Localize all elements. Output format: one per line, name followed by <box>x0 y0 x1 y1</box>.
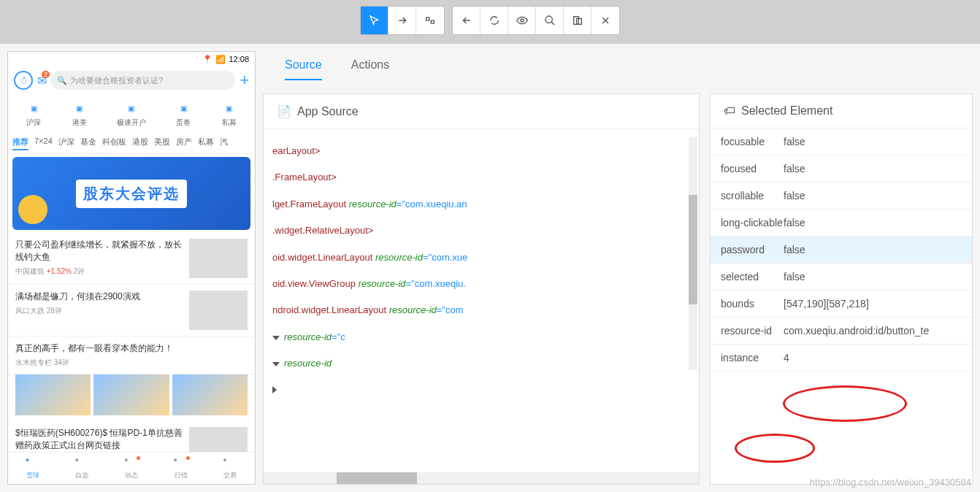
tree-line[interactable]: ndroid.widget.LinearLayout resource-id="… <box>272 297 690 323</box>
app-header: ☃ ✉2 🔍 为啥要做合格投资者认证? + <box>8 66 255 94</box>
doc-icon: 📄 <box>277 104 291 118</box>
scroll-thumb-h[interactable] <box>337 472 417 484</box>
phone-preview[interactable]: 📍 📶 12:08 ☃ ✉2 🔍 为啥要做合格投资者认证? + ▣沪深▣港美▣极… <box>7 51 256 485</box>
devices-button[interactable] <box>564 7 592 34</box>
category-tab[interactable]: 美股 <box>154 137 170 150</box>
feed-item[interactable]: 真正的高手，都有一眼看穿本质的能力！水木然专栏 34评 <box>8 337 255 374</box>
prop-key: long-clickable <box>721 217 784 228</box>
search-button[interactable] <box>536 7 564 34</box>
swipe-button[interactable] <box>388 7 416 34</box>
nav-item[interactable]: ▣港美 <box>72 100 88 128</box>
tree-line[interactable]: earLayout> <box>272 138 690 164</box>
wifi-icon: 📶 <box>215 55 226 64</box>
banner[interactable]: 股东大会评选 <box>12 157 250 230</box>
tab-source[interactable]: Source <box>285 58 322 80</box>
inspector-tabs: Source Actions <box>263 51 973 80</box>
prop-row[interactable]: focusedfalse <box>711 155 972 182</box>
tree-line[interactable] <box>272 377 690 404</box>
selected-element-title: 🏷 Selected Element <box>711 94 972 128</box>
category-tab[interactable]: 7×24 <box>34 137 53 150</box>
watermark: https://blog.csdn.net/weixin_39430584 <box>810 477 971 488</box>
prop-key: resource-id <box>721 325 784 337</box>
prop-val: false <box>784 271 962 282</box>
prop-key: selected <box>721 271 784 282</box>
category-tab[interactable]: 基金 <box>80 137 96 150</box>
nav-item[interactable]: ▣极速开户 <box>117 100 146 128</box>
prop-val: false <box>784 217 962 228</box>
bottom-nav-item[interactable]: ●行情 <box>174 456 188 480</box>
feed-thumb <box>189 291 248 330</box>
prop-key: focusable <box>721 136 784 147</box>
scrollbar-h[interactable] <box>264 472 699 484</box>
prop-val: [547,190][587,218] <box>784 298 962 310</box>
search-input[interactable]: 🔍 为啥要做合格投资者认证? <box>51 71 235 90</box>
back-button[interactable] <box>453 7 481 34</box>
add-button[interactable]: + <box>240 71 249 90</box>
prop-row[interactable]: scrollablefalse <box>711 182 972 210</box>
category-tab[interactable]: 推荐 <box>12 137 28 150</box>
category-tab[interactable]: 沪深 <box>58 137 74 150</box>
prop-row[interactable]: selectedfalse <box>711 264 972 291</box>
screenshot-button[interactable] <box>416 7 444 34</box>
mic-icon <box>18 195 47 224</box>
toolbar-group-a <box>360 6 445 35</box>
category-tab[interactable]: 私募 <box>198 137 214 150</box>
bottom-nav-item[interactable]: ●自选 <box>74 456 89 480</box>
messages-icon[interactable]: ✉2 <box>37 74 47 88</box>
tree-line[interactable]: lget.FrameLayout resource-id="com.xueqiu… <box>272 191 690 218</box>
feed-item[interactable]: 只要公司盈利继续增长，就紧握不放，放长线钓大鱼中国建筑 +1.52% 2评 <box>8 233 255 285</box>
location-icon: 📍 <box>202 55 213 64</box>
feed-item[interactable]: 满场都是镰刀，何须在2900演戏风口大跌 28评 <box>8 285 255 337</box>
category-tabs: 推荐7×24沪深基金科创板港股美股房产私募汽 <box>8 134 255 154</box>
nav-item[interactable]: ▣沪深 <box>26 100 42 128</box>
bottom-nav-item[interactable]: ●交易 <box>223 456 237 480</box>
inspect-button[interactable] <box>361 7 388 34</box>
prop-row[interactable]: resource-idcom.xueqiu.android:id/button_… <box>711 318 972 345</box>
selected-element-panel: 🏷 Selected Element focusablefalsefocused… <box>710 93 973 485</box>
tree-line[interactable]: .FrameLayout> <box>272 164 690 191</box>
nav-icon: ▣ <box>26 100 42 116</box>
status-time: 12:08 <box>229 55 249 64</box>
tree-line[interactable]: oid.widget.LinearLayout resource-id="com… <box>272 245 690 271</box>
category-tab[interactable]: 科创板 <box>102 137 126 150</box>
svg-point-3 <box>545 16 552 23</box>
prop-row[interactable]: long-clickablefalse <box>711 210 972 237</box>
nav-item[interactable]: ▣私募 <box>221 100 237 128</box>
scroll-thumb-v[interactable] <box>689 195 697 304</box>
source-tree[interactable]: earLayout>.FrameLayout>lget.FrameLayout … <box>264 129 699 472</box>
nav-item[interactable]: ▣蛋卷 <box>175 100 191 128</box>
tree-line[interactable]: .widget.RelativeLayout> <box>272 218 690 244</box>
prop-key: instance <box>721 352 784 364</box>
prop-row[interactable]: passwordfalse <box>711 237 972 264</box>
feed-list: 只要公司盈利继续增长，就紧握不放，放长线钓大鱼中国建筑 +1.52% 2评满场都… <box>8 233 255 473</box>
prop-row[interactable]: instance4 <box>711 345 972 372</box>
prop-val: false <box>784 190 962 201</box>
eye-button[interactable] <box>508 7 536 34</box>
toolbar-group-b <box>452 6 620 35</box>
prop-val: com.xueqiu.android:id/button_te <box>784 325 962 337</box>
bottom-nav-item[interactable]: ●雪球 <box>26 456 40 480</box>
app-source-title: 📄 App Source <box>264 94 699 129</box>
tree-line[interactable]: resource-id="c <box>272 324 690 350</box>
tree-line[interactable]: oid.view.ViewGroup resource-id="com.xueq… <box>272 271 690 297</box>
refresh-button[interactable] <box>481 7 508 34</box>
prop-table[interactable]: focusablefalsefocusedfalsescrollablefals… <box>711 128 972 484</box>
search-icon: 🔍 <box>57 76 67 85</box>
prop-row[interactable]: bounds[547,190][587,218] <box>711 291 972 318</box>
category-tab[interactable]: 汽 <box>220 137 228 150</box>
nav-icon: ▣ <box>72 100 88 116</box>
category-tab[interactable]: 港股 <box>132 137 148 150</box>
bn-icon: ● <box>26 456 40 471</box>
bottom-nav-item[interactable]: ●动态 <box>124 456 139 480</box>
category-tab[interactable]: 房产 <box>176 137 192 150</box>
nav-icon: ▣ <box>221 100 237 116</box>
tree-line[interactable]: resource-id <box>272 350 690 377</box>
prop-key: bounds <box>721 298 784 310</box>
prop-row[interactable]: focusablefalse <box>711 128 972 155</box>
avatar-icon[interactable]: ☃ <box>14 71 33 90</box>
close-button[interactable] <box>592 7 619 34</box>
tab-actions[interactable]: Actions <box>351 58 389 80</box>
tag-icon: 🏷 <box>724 104 735 118</box>
main-area: 📍 📶 12:08 ☃ ✉2 🔍 为啥要做合格投资者认证? + ▣沪深▣港美▣极… <box>0 44 980 492</box>
prop-key: password <box>721 244 784 255</box>
